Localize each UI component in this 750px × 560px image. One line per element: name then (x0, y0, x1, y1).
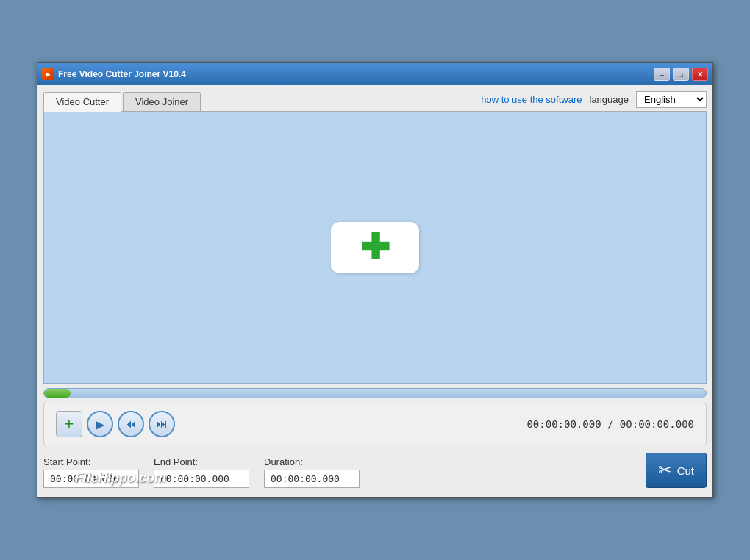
app-icon: ▶ (42, 68, 54, 80)
controls-area: + ▶ ⏮ ⏭ 00:00:00.000 / 00:00:00.000 (43, 403, 707, 445)
title-bar-controls: – □ ✕ (654, 68, 708, 81)
end-point-label: End Point: (154, 456, 249, 467)
bottom-row: Start Point: End Point: Duration: ✂ Cut (43, 453, 707, 491)
progress-thumb (44, 389, 71, 398)
start-point-field: Start Point: (43, 456, 139, 488)
minimize-button[interactable]: – (654, 68, 670, 81)
start-point-input[interactable] (43, 470, 139, 488)
duration-field: Duration: (264, 456, 360, 488)
time-display: 00:00:00.000 / 00:00:00.000 (526, 418, 694, 430)
title-bar-left: ▶ Free Video Cutter Joiner V10.4 (42, 68, 186, 80)
language-select[interactable]: English Chinese Spanish French German (636, 91, 707, 108)
cut-label: Cut (677, 464, 694, 477)
progress-track[interactable] (43, 388, 707, 398)
end-point-input[interactable] (154, 470, 249, 488)
maximize-button[interactable]: □ (673, 68, 689, 81)
tab-video-cutter[interactable]: Video Cutter (43, 92, 121, 112)
language-label: language (590, 94, 629, 105)
window-title: Free Video Cutter Joiner V10.4 (58, 69, 186, 79)
tab-video-joiner[interactable]: Video Joiner (123, 92, 201, 111)
close-button[interactable]: ✕ (692, 68, 708, 81)
content-area: Video Cutter Video Joiner how to use the… (38, 85, 712, 497)
main-window: ▶ Free Video Cutter Joiner V10.4 – □ ✕ V… (37, 62, 713, 498)
video-area: ✚ (43, 112, 707, 384)
duration-input[interactable] (264, 470, 360, 488)
add-video-button[interactable]: ✚ (331, 222, 419, 273)
tab-bar-right: how to use the software language English… (481, 91, 707, 111)
start-point-label: Start Point: (43, 456, 139, 467)
duration-label: Duration: (264, 456, 360, 467)
title-bar: ▶ Free Video Cutter Joiner V10.4 – □ ✕ (38, 63, 712, 85)
scissors-icon: ✂ (658, 461, 671, 480)
howto-link[interactable]: how to use the software (481, 94, 582, 105)
plus-icon: ✚ (360, 230, 390, 265)
cut-button[interactable]: ✂ Cut (646, 453, 707, 488)
end-point-field: End Point: (154, 456, 249, 488)
go-start-button[interactable]: ⏮ (118, 411, 144, 437)
add-file-button[interactable]: + (56, 411, 82, 437)
tab-bar: Video Cutter Video Joiner how to use the… (43, 91, 707, 112)
go-end-button[interactable]: ⏭ (149, 411, 175, 437)
play-button[interactable]: ▶ (87, 411, 113, 437)
progress-area (43, 384, 707, 401)
